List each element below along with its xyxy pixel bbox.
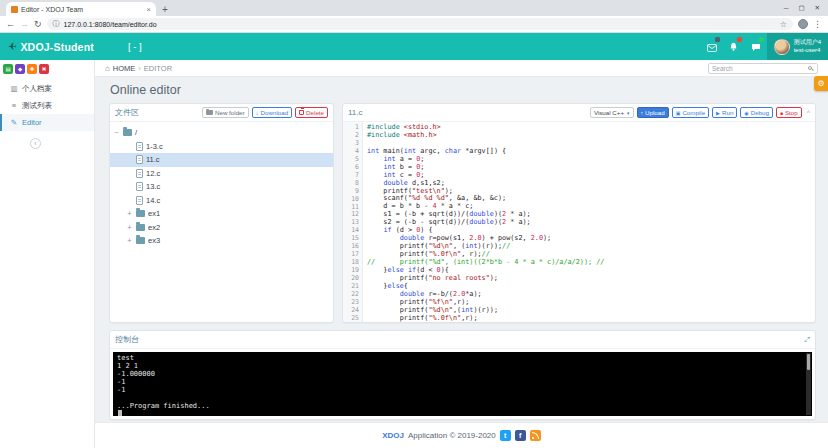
code-line[interactable]: s2 = (-b - sqrt(d))/(double)(2 * a); — [367, 219, 815, 227]
code-line[interactable]: printf("%.0f\n",r); — [367, 315, 815, 323]
console-title: 控制台 — [115, 334, 139, 345]
brand-name[interactable]: XDOJ-Student — [20, 41, 94, 53]
terminal-scrollbar[interactable] — [806, 353, 811, 415]
user-handle: test-user4 — [794, 47, 821, 55]
delete-button[interactable]: Delete — [295, 107, 328, 118]
breadcrumb-home-link[interactable]: HOME — [113, 64, 136, 73]
brand-icon: ✈ — [8, 41, 16, 52]
chat-button[interactable] — [745, 33, 767, 60]
quick-power-button[interactable]: ✖ — [39, 64, 49, 74]
compile-button[interactable]: ▣Compile — [672, 107, 709, 118]
tree-item-folder[interactable]: +ex3 — [110, 234, 333, 248]
terminal-line: test — [117, 354, 802, 362]
tree-item-file[interactable]: 14.c — [110, 194, 333, 208]
code-line[interactable]: int main(int argc, char *argv[]) { — [367, 148, 815, 156]
expand-toggle-icon[interactable]: + — [126, 236, 133, 245]
forward-button[interactable]: → — [20, 19, 29, 29]
debug-button[interactable]: ◉Debug — [740, 107, 773, 118]
mail-button[interactable] — [701, 33, 723, 60]
search-icon[interactable] — [808, 66, 812, 70]
window-minimize-button[interactable]: ─ — [784, 4, 789, 12]
tree-item-label: / — [135, 128, 137, 137]
compile-label: Compile — [682, 109, 705, 116]
expand-console-icon[interactable]: ⤢ — [804, 336, 810, 344]
code-line[interactable]: #include <math.h> — [367, 132, 815, 140]
collapse-toggle-icon[interactable]: − — [113, 128, 120, 137]
quick-chart-button[interactable]: ▤ — [3, 64, 13, 74]
tree-item-folder[interactable]: +ex1 — [110, 207, 333, 221]
tree-item-label: 1-3.c — [146, 142, 163, 151]
header-right-group: 测试用户4 test-user4 — [701, 33, 828, 60]
browser-tab-bar: Editor - XDOJ Team × + ─ ▢ ✕ — [0, 0, 828, 16]
stop-button[interactable]: ■Stop — [776, 107, 802, 118]
address-bar[interactable]: ⓘ 127.0.0.1:8080/team/editor.do ☆ — [47, 18, 793, 30]
rss-icon[interactable] — [530, 430, 541, 441]
user-menu[interactable]: 测试用户4 test-user4 — [767, 33, 828, 60]
tab-close-icon[interactable]: × — [146, 5, 151, 14]
run-label: Run — [722, 109, 733, 116]
terminal-line: -1 — [117, 378, 802, 386]
tree-item-folder[interactable]: +ex2 — [110, 221, 333, 235]
bookmark-star-icon[interactable]: ☆ — [780, 20, 787, 29]
list-icon: ≡ — [10, 101, 18, 110]
code-line[interactable]: int a = 0; — [367, 156, 815, 164]
terminal-output[interactable]: test1 2 1-1.000000-1-1 ...Program finish… — [113, 352, 812, 416]
language-selected-value: Visual C++ — [594, 109, 624, 116]
new-folder-button[interactable]: New folder — [202, 107, 249, 118]
notifications-button[interactable] — [723, 33, 745, 60]
code-lines: #include <stdio.h>#include <math.h> int … — [363, 122, 815, 322]
sidebar-quick-buttons: ▤◆✚✖ — [0, 60, 94, 77]
sidebar-item-testlist[interactable]: ≡测试列表 — [0, 97, 94, 114]
sidebar-item-editor[interactable]: ✎Editor — [0, 114, 94, 131]
tree-item-file[interactable]: 1-3.c — [110, 140, 333, 154]
browser-profile-icon[interactable] — [798, 19, 808, 29]
tree-item-label: ex2 — [148, 223, 160, 232]
url-text: 127.0.0.1:8080/team/editor.do — [64, 21, 776, 28]
folder-icon — [136, 237, 145, 244]
editor-panel-header: 11.c Visual C++ ▾ ↑Upload ▣Compile ▶Run … — [343, 104, 815, 122]
file-icon — [136, 142, 143, 151]
language-select[interactable]: Visual C++ ▾ — [590, 107, 634, 118]
file-icon — [136, 182, 143, 191]
chevron-down-icon: ▾ — [627, 110, 630, 116]
settings-toggle-button[interactable]: ⚙ — [814, 76, 828, 91]
editor-file-name: 11.c — [348, 108, 363, 117]
tree-item-file[interactable]: 11.c — [110, 153, 333, 167]
refresh-button[interactable]: ↻ — [34, 19, 42, 29]
code-editor[interactable]: 1234567891011121314151617181920212223242… — [343, 122, 815, 322]
facebook-icon[interactable]: f — [515, 430, 526, 441]
quick-apps-button[interactable]: ◆ — [15, 64, 25, 74]
sidebar-item-label: Editor — [22, 118, 42, 127]
tree-root-folder[interactable]: −/ — [110, 126, 333, 140]
sidebar-toggle-button[interactable]: ‹ — [30, 138, 41, 149]
browser-tab[interactable]: Editor - XDOJ Team × — [6, 2, 156, 16]
page-title: Online editor — [110, 83, 816, 97]
expand-toggle-icon[interactable]: + — [126, 209, 133, 218]
twitter-icon[interactable]: t — [500, 430, 511, 441]
user-name-block: 测试用户4 test-user4 — [794, 39, 821, 54]
line-numbers: 1234567891011121314151617181920212223242… — [343, 122, 363, 322]
code-line[interactable]: int b = 0; — [367, 164, 815, 172]
code-line[interactable]: printf("no real roots"); — [367, 275, 815, 283]
window-maximize-button[interactable]: ▢ — [798, 4, 804, 12]
run-button[interactable]: ▶Run — [712, 107, 737, 118]
editor-panels-row: 文件区 New folder ↓Download Delete −/1-3.c1… — [109, 103, 816, 323]
back-button[interactable]: ← — [6, 19, 15, 29]
search-input[interactable] — [712, 65, 806, 72]
new-tab-button[interactable]: + — [162, 4, 168, 15]
browser-menu-icon[interactable]: ⋮ — [813, 19, 822, 29]
tree-item-file[interactable]: 13.c — [110, 180, 333, 194]
collapse-panel-icon[interactable]: ^ — [807, 109, 810, 116]
home-icon: ⌂ — [105, 64, 110, 73]
quick-tools-button[interactable]: ✚ — [27, 64, 37, 74]
terminal-scrollbar-thumb[interactable] — [807, 354, 810, 370]
tree-item-file[interactable]: 12.c — [110, 167, 333, 181]
sidebar-item-profile[interactable]: ▥个人档案 — [0, 80, 94, 97]
window-close-button[interactable]: ✕ — [815, 4, 820, 12]
download-button[interactable]: ↓Download — [252, 107, 293, 118]
expand-toggle-icon[interactable]: + — [126, 223, 133, 232]
site-info-icon[interactable]: ⓘ — [53, 19, 60, 29]
terminal-line — [117, 394, 802, 402]
upload-button[interactable]: ↑Upload — [637, 107, 669, 118]
tree-item-label: 13.c — [146, 182, 160, 191]
